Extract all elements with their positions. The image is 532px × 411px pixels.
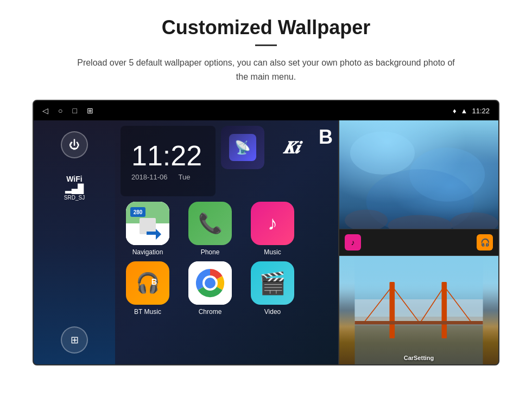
bt-music-app[interactable]: 🎧 ʙ BT Music (121, 261, 175, 316)
nav-icon-svg: 280 (126, 202, 169, 245)
page-description: Preload over 5 default wallpaper options… (76, 56, 456, 84)
video-app[interactable]: 🎬 Video (245, 261, 300, 316)
page-title: Customized Wallpaper (162, 16, 371, 39)
sidebar-top: ⏻ WiFi ▂▄█ SRD_SJ (61, 131, 88, 201)
power-button[interactable]: ⏻ (61, 131, 88, 158)
power-icon: ⏻ (69, 139, 80, 151)
bridge-svg (339, 256, 498, 364)
clock-time: 11:22 (131, 142, 205, 170)
phone-label: Phone (201, 248, 220, 256)
wifi-app-icon: 📡 (229, 134, 256, 161)
clock-day: Tue (179, 173, 191, 181)
music-icon-box: ♪ (251, 202, 294, 245)
svg-point-10 (205, 278, 216, 288)
video-icon: 🎬 (259, 271, 286, 296)
grid-icon: ⊞ (71, 334, 79, 346)
status-time: 11:22 (472, 107, 490, 115)
bt-music-label: BT Music (134, 308, 161, 316)
mini-app-1: ♪ (345, 234, 361, 251)
top-row: 11:22 2018-11-06 Tue 📡 𝑲𝒊 (121, 126, 333, 196)
clock-date-value: 2018-11-06 (131, 173, 168, 181)
wifi-status-icon: ▲ (461, 107, 468, 115)
svg-rect-28 (355, 321, 483, 324)
recent-icon[interactable]: □ (72, 106, 77, 115)
screenshot-icon[interactable]: ⊞ (87, 106, 93, 115)
app-row-1: 280 Navigation 📞 Phone (121, 202, 333, 256)
center-content: 11:22 2018-11-06 Tue 📡 𝑲𝒊 (115, 120, 338, 364)
video-label: Video (264, 308, 281, 316)
ice-cave-svg (339, 120, 498, 229)
chrome-label: Chrome (199, 308, 222, 316)
svg-text:280: 280 (134, 209, 143, 215)
navigation-label: Navigation (132, 248, 163, 256)
bt-music-icon-box: 🎧 ʙ (126, 261, 169, 305)
wifi-info: WiFi ▂▄█ SRD_SJ (64, 175, 85, 201)
chrome-app[interactable]: Chrome (183, 261, 237, 316)
status-bar: ◁ ○ □ ⊞ ♦ ▲ 11:22 (34, 101, 498, 120)
app-row-2: 🎧 ʙ BT Music (121, 261, 333, 316)
location-icon: ♦ (453, 107, 457, 115)
all-apps-button[interactable]: ⊞ (61, 326, 88, 354)
phone-icon-box: 📞 (188, 202, 232, 245)
ki-app-icon[interactable]: 𝑲𝒊 (270, 126, 313, 169)
top-app-wifi[interactable]: 📡 (221, 126, 264, 169)
wallpaper-middle-strip: ♪ 🎧 (339, 229, 498, 256)
mini-app-2: 🎧 (477, 234, 493, 251)
bluetooth-symbol: ʙ (151, 274, 157, 287)
mini-music-icon: ♪ (345, 234, 361, 251)
music-app[interactable]: ♪ Music (245, 202, 300, 256)
navigation-app[interactable]: 280 Navigation (121, 202, 175, 256)
carsetting-label: CarSetting (404, 355, 434, 361)
wifi-signal-icon: ▂▄█ (64, 183, 85, 194)
device-frame: ◁ ○ □ ⊞ ♦ ▲ 11:22 ⏻ WiFi ▂▄█ SRD_SJ (33, 100, 499, 365)
home-icon[interactable]: ○ (58, 106, 62, 115)
sidebar: ⏻ WiFi ▂▄█ SRD_SJ ⊞ (34, 120, 115, 364)
back-icon[interactable]: ◁ (42, 106, 48, 115)
b-app-icon[interactable]: B (319, 126, 333, 196)
screen-body: ⏻ WiFi ▂▄█ SRD_SJ ⊞ 11:22 2018-11-06 (34, 120, 498, 364)
title-divider (255, 44, 277, 46)
chrome-icon-svg (188, 261, 232, 305)
wallpaper-preview-bottom[interactable]: CarSetting (339, 256, 498, 364)
wallpaper-preview-top[interactable] (339, 120, 498, 229)
svg-point-11 (350, 132, 415, 175)
svg-rect-7 (147, 232, 157, 235)
clock-date: 2018-11-06 Tue (131, 173, 205, 181)
ice-cave-image (339, 120, 498, 229)
chrome-icon-box (188, 261, 232, 305)
bt-icon: 🎧 ʙ (136, 272, 160, 294)
navigation-icon: 280 (126, 202, 169, 245)
nav-icons: ◁ ○ □ ⊞ (42, 106, 93, 115)
music-label: Music (264, 248, 281, 256)
phone-icon: 📞 (198, 212, 223, 235)
clock-section: 11:22 2018-11-06 Tue (121, 126, 216, 196)
wifi-ssid: SRD_SJ (64, 195, 85, 201)
music-icon: ♪ (268, 212, 277, 235)
mini-bt-icon: 🎧 (477, 234, 493, 251)
status-right: ♦ ▲ 11:22 (453, 107, 490, 115)
phone-app[interactable]: 📞 Phone (183, 202, 237, 256)
right-previews: ♪ 🎧 (338, 120, 498, 364)
video-icon-box: 🎬 (251, 261, 294, 305)
bridge-image (339, 256, 498, 364)
wifi-label: WiFi (64, 175, 85, 183)
